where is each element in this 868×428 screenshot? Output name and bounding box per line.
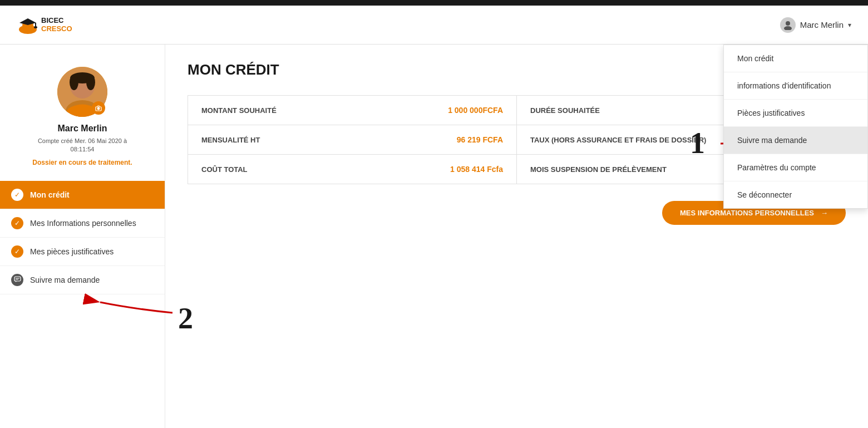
camera-icon[interactable]: [92, 101, 105, 115]
dropdown-suivre-ma-demande[interactable]: Suivre ma demande: [724, 127, 867, 154]
sidebar-item-mes-informations[interactable]: ✓ Mes Informations personnelles: [0, 209, 165, 238]
sidebar-account-info: Compte créé Mer. 06 Mai 2020 à 08:11:54: [38, 137, 127, 154]
check-icon-2: ✓: [11, 217, 23, 229]
sidebar: Marc Merlin Compte créé Mer. 06 Mai 2020…: [0, 45, 165, 428]
label-montant-souhaite: MONTANT SOUHAITÉ: [201, 106, 277, 115]
chevron-down-icon: ▾: [848, 21, 851, 29]
cell-mensualite-ht: MENSUALITÉ HT 96 219 FCFA: [188, 125, 517, 154]
dropdown-se-deconnecter[interactable]: Se déconnecter: [724, 181, 867, 208]
svg-point-12: [86, 75, 95, 90]
user-name-header: Marc Merlin: [800, 20, 844, 29]
label-duree-souhaitee: DURÉE SOUHAITÉE: [530, 106, 600, 115]
sidebar-item-suivre-demande[interactable]: Suivre ma demande: [0, 266, 165, 294]
check-icon-3: ✓: [11, 245, 23, 258]
dropdown-informations-identification[interactable]: informations d'identification: [724, 72, 867, 100]
svg-point-6: [784, 26, 792, 30]
sidebar-item-label-pieces: Mes pièces justificatives: [30, 247, 114, 256]
svg-point-11: [70, 75, 78, 90]
sidebar-status: Dossier en cours de traitement.: [32, 159, 132, 166]
value-montant-souhaite: 1 000 000FCFA: [448, 106, 503, 115]
cell-montant-souhaite: MONTANT SOUHAITÉ 1 000 000FCFA: [188, 96, 517, 125]
label-mensualite-ht: MENSUALITÉ HT: [201, 136, 260, 144]
svg-point-4: [34, 26, 37, 28]
dropdown-mon-credit[interactable]: Mon crédit: [724, 45, 867, 72]
label-mois-suspension: MOIS SUSPENSION DE PRÉLÈVEMENT: [530, 165, 667, 174]
cta-arrow-icon: →: [821, 209, 828, 217]
value-cout-total: 1 058 414 Fcfa: [450, 165, 503, 174]
cta-label: MES INFORMATIONS PERSONNELLES: [680, 209, 814, 217]
dropdown-menu: Mon crédit informations d'identification…: [723, 45, 868, 209]
sidebar-item-pieces[interactable]: ✓ Mes pièces justificatives: [0, 238, 165, 266]
sidebar-item-label-suivre: Suivre ma demande: [30, 276, 100, 284]
avatar-wrapper: [57, 67, 107, 117]
top-bar: [0, 0, 868, 6]
header: BICEC CRESCO Marc Merlin ▾ Mon crédit in…: [0, 6, 868, 45]
cell-cout-total: COÛT TOTAL 1 058 414 Fcfa: [188, 155, 517, 184]
label-taux: TAUX (HORS ASSURANCE ET FRAIS DE DOSSIER…: [530, 136, 706, 144]
sidebar-item-label-mon-credit: Mon crédit: [30, 190, 70, 199]
svg-point-13: [97, 107, 100, 110]
chat-icon: [11, 274, 23, 286]
user-menu[interactable]: Marc Merlin ▾: [780, 17, 851, 33]
sidebar-nav: ✓ Mon crédit ✓ Mes Informations personne…: [0, 181, 165, 294]
value-mensualite-ht: 96 219 FCFA: [457, 135, 503, 144]
svg-point-5: [786, 21, 790, 26]
label-cout-total: COÛT TOTAL: [201, 165, 248, 174]
user-avatar-icon: [780, 17, 796, 33]
logo-icon: [17, 14, 39, 36]
dropdown-parametres-compte[interactable]: Paramètres du compte: [724, 154, 867, 181]
sidebar-item-mon-credit[interactable]: ✓ Mon crédit: [0, 181, 165, 209]
logo[interactable]: BICEC CRESCO: [17, 14, 72, 36]
svg-rect-15: [14, 277, 21, 281]
dropdown-pieces-justificatives[interactable]: Pièces justificatives: [724, 100, 867, 127]
avatar-section: Marc Merlin Compte créé Mer. 06 Mai 2020…: [0, 56, 165, 181]
logo-text: BICEC CRESCO: [41, 17, 72, 33]
sidebar-item-label-informations: Mes Informations personnelles: [30, 219, 136, 228]
svg-marker-2: [19, 18, 36, 25]
sidebar-username: Marc Merlin: [58, 124, 107, 134]
check-icon: ✓: [11, 189, 23, 201]
